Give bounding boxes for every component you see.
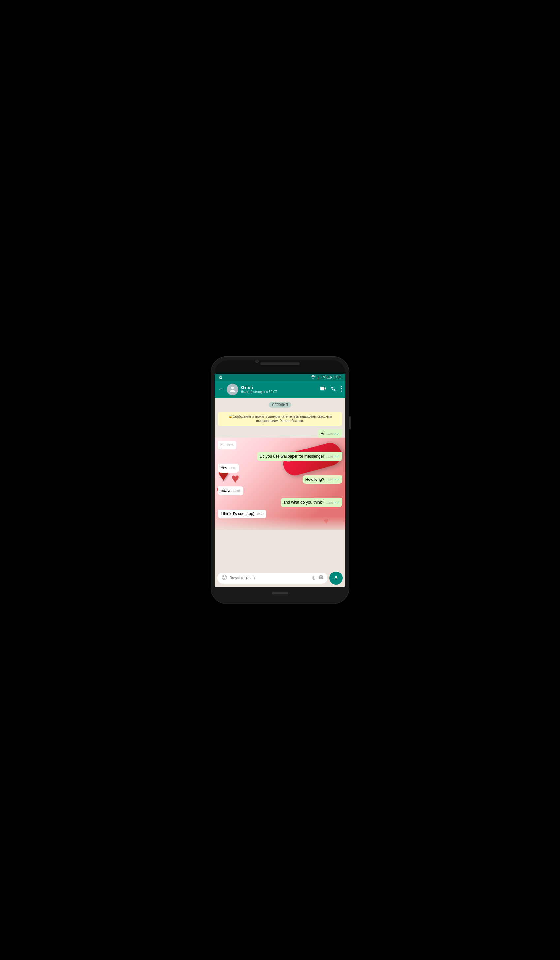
mic-button[interactable] bbox=[330, 571, 342, 585]
avatar[interactable] bbox=[227, 384, 238, 395]
message-time: 19:06 bbox=[326, 501, 333, 505]
message-text: I think it's cool app) bbox=[221, 512, 254, 516]
message-time: 19:06 bbox=[229, 466, 237, 470]
message-bubble: I think it's cool app) 19:07 bbox=[218, 509, 267, 518]
read-ticks: ✓✓ bbox=[334, 500, 339, 505]
volume-button bbox=[349, 416, 350, 429]
battery-icon: 8% bbox=[322, 375, 332, 379]
encryption-notice: 🔒 Сообщения и звонки в данном чате тепер… bbox=[218, 411, 342, 426]
svg-point-6 bbox=[341, 390, 342, 392]
message-meta: 19:06 bbox=[233, 489, 241, 493]
chat-header: ← Grish был(-а) сегодня в 19:07 bbox=[215, 381, 345, 398]
status-right: 8% 19:09 bbox=[311, 375, 341, 379]
message-row: Hi 19:05 ✓✓ bbox=[218, 429, 342, 438]
svg-rect-3 bbox=[331, 377, 332, 378]
message-row: 5days 19:06 bbox=[218, 486, 342, 495]
message-time: 19:07 bbox=[256, 512, 264, 516]
signal-bars bbox=[317, 375, 320, 379]
svg-point-4 bbox=[341, 386, 342, 387]
message-time: 19:06 bbox=[233, 489, 241, 493]
message-text: and what do you think? bbox=[283, 500, 324, 504]
message-time: 19:05 bbox=[226, 443, 234, 447]
phone-frame: 🖼 8% bbox=[211, 357, 349, 604]
svg-point-5 bbox=[341, 388, 342, 389]
status-left: 🖼 bbox=[219, 375, 222, 379]
message-bubble: Yes 19:06 bbox=[218, 464, 239, 473]
message-text: Hi bbox=[320, 431, 324, 436]
chat-area: ♥ ♥ ♥ ♥ СЕГОДНЯ 🔒 Сообщения и звонки в д… bbox=[215, 398, 345, 570]
contact-status: был(-а) сегодня в 19:07 bbox=[241, 390, 318, 394]
header-actions bbox=[320, 386, 342, 393]
back-button[interactable]: ← bbox=[218, 386, 224, 393]
emoji-button[interactable] bbox=[221, 574, 227, 582]
date-bubble: СЕГОДНЯ bbox=[269, 402, 291, 408]
time-display: 19:09 bbox=[333, 375, 341, 379]
message-meta: 19:05 ✓✓ bbox=[326, 454, 339, 459]
message-text: Yes bbox=[221, 466, 227, 470]
svg-rect-2 bbox=[327, 376, 328, 378]
message-meta: 19:05 ✓✓ bbox=[326, 432, 339, 436]
message-meta: 19:06 ✓✓ bbox=[326, 500, 339, 505]
message-time: 19:06 bbox=[326, 478, 333, 482]
message-meta: 19:05 bbox=[226, 443, 234, 447]
message-row: Do you use wallpaper for messenger 19:05… bbox=[218, 452, 342, 461]
message-bubble: 5days 19:06 bbox=[218, 486, 243, 495]
front-camera bbox=[255, 360, 259, 363]
bottom-bar bbox=[215, 587, 345, 600]
attach-button[interactable] bbox=[311, 575, 316, 581]
message-row: and what do you think? 19:06 ✓✓ bbox=[218, 498, 342, 507]
contact-info[interactable]: Grish был(-а) сегодня в 19:07 bbox=[241, 385, 318, 394]
camera-button[interactable] bbox=[318, 575, 323, 581]
more-options-button[interactable] bbox=[341, 386, 342, 393]
contact-name: Grish bbox=[241, 385, 318, 390]
input-box bbox=[218, 573, 328, 584]
message-bubble: Hi 19:05 bbox=[218, 441, 237, 450]
read-ticks: ✓✓ bbox=[334, 432, 339, 436]
read-ticks: ✓✓ bbox=[334, 454, 339, 459]
message-text: How long? bbox=[306, 477, 324, 482]
read-ticks: ✓✓ bbox=[334, 478, 339, 482]
message-bubble: and what do you think? 19:06 ✓✓ bbox=[281, 498, 342, 507]
phone-screen: 🖼 8% bbox=[215, 360, 345, 600]
message-row: Yes 19:06 bbox=[218, 464, 342, 473]
notification-icon: 🖼 bbox=[219, 375, 222, 379]
message-bubble: Hi 19:05 ✓✓ bbox=[318, 429, 342, 438]
message-row: How long? 19:06 ✓✓ bbox=[218, 475, 342, 484]
message-text: Hi bbox=[221, 443, 224, 447]
home-button[interactable] bbox=[272, 592, 288, 594]
message-time: 19:05 bbox=[326, 432, 333, 436]
message-meta: 19:07 bbox=[256, 512, 264, 516]
video-call-button[interactable] bbox=[320, 387, 326, 392]
message-text: Do you use wallpaper for messenger bbox=[259, 454, 324, 459]
message-bubble: Do you use wallpaper for messenger 19:05… bbox=[257, 452, 342, 461]
message-text: 5days bbox=[221, 488, 231, 493]
message-meta: 19:06 ✓✓ bbox=[326, 478, 339, 482]
message-meta: 19:06 bbox=[229, 466, 237, 470]
speaker bbox=[260, 362, 300, 365]
app-screen: 🖼 8% bbox=[215, 374, 345, 587]
text-input[interactable] bbox=[229, 576, 309, 581]
message-time: 19:05 bbox=[326, 455, 333, 459]
input-area bbox=[215, 570, 345, 587]
wifi-icon bbox=[311, 375, 315, 379]
status-bar: 🖼 8% bbox=[215, 374, 345, 381]
svg-point-0 bbox=[312, 378, 313, 379]
phone-call-button[interactable] bbox=[331, 386, 336, 393]
message-bubble: How long? 19:06 ✓✓ bbox=[303, 475, 342, 484]
message-row: I think it's cool app) 19:07 bbox=[218, 509, 342, 518]
message-row: Hi 19:05 bbox=[218, 441, 342, 450]
